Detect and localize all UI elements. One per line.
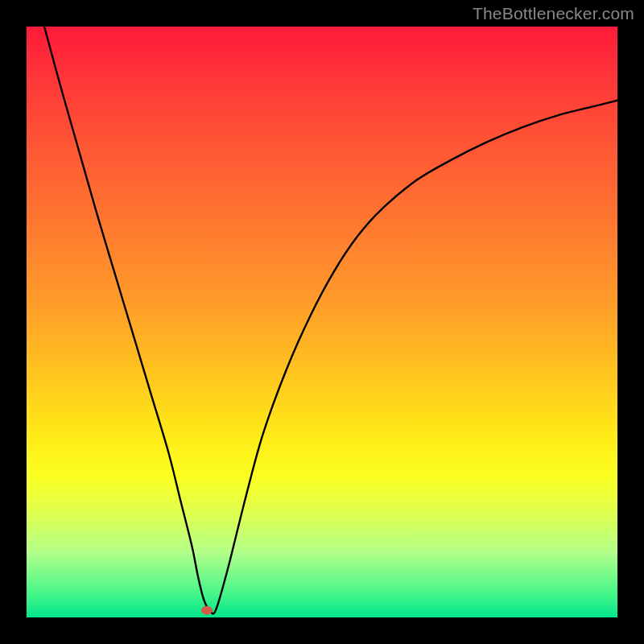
attribution-label: TheBottlenecker.com [473,4,634,23]
plot-gradient-bg [27,27,617,617]
chart-frame: TheBottlenecker.com [0,0,644,644]
